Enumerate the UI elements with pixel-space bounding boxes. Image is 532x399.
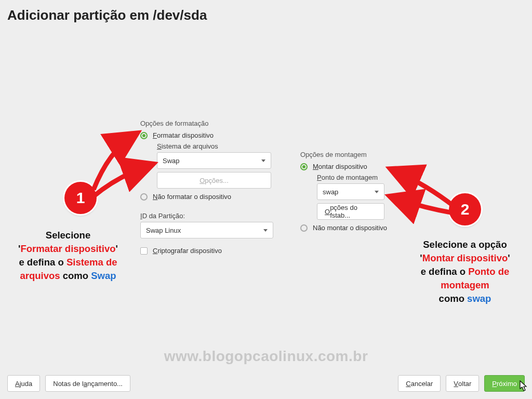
partition-id-value: Swap Linux (146, 227, 181, 234)
back-button[interactable]: Voltar (446, 375, 479, 392)
format-options: Opções de formatação Formatar dispositiv… (140, 119, 275, 258)
annotation-text-1: Selecione 'Formatar dispositivo' e defin… (12, 229, 124, 283)
no-format-label: Não formatar o dispositivo (153, 193, 231, 201)
next-button[interactable]: Próximo (484, 375, 525, 392)
chevron-down-icon (261, 159, 265, 162)
no-mount-radio-row[interactable]: Não montar o dispositivo (300, 224, 404, 232)
mount-options: Opções de montagem Montar dispositivo Po… (300, 151, 404, 235)
mountpoint-value: swap (323, 188, 338, 196)
annotation-text-2: Selecione a opção 'Montar dispositivo' e… (403, 238, 527, 305)
release-notes-button[interactable]: Notas de lançamento... (45, 375, 130, 392)
filesystem-combo[interactable]: Swap (157, 152, 271, 169)
mountpoint-group: Ponto de montagem swap Opções do fstab..… (317, 174, 404, 220)
radio-off-icon (140, 193, 148, 201)
fstab-options-button[interactable]: Opções do fstab... (317, 203, 384, 220)
annotation-badge-2: 2 (449, 193, 481, 225)
page-title: Adicionar partição em /dev/sda (0, 0, 532, 23)
no-mount-label: Não montar o dispositivo (313, 224, 387, 232)
filesystem-group: Sistema de arquivos Swap Opções... (157, 142, 275, 189)
cancel-button[interactable]: Cancelar (398, 375, 441, 392)
watermark: www.blogopcaolinux.com.br (0, 348, 532, 365)
options-button[interactable]: Opções... (157, 172, 271, 189)
chevron-down-icon (263, 229, 268, 232)
help-button[interactable]: Ajuda (7, 375, 40, 392)
radio-off-icon (300, 224, 308, 232)
cursor-icon (520, 380, 528, 392)
checkbox-off-icon (140, 247, 148, 255)
radio-on-icon (300, 163, 308, 170)
mountpoint-label: Ponto de montagem (317, 174, 404, 181)
mountpoint-combo[interactable]: swap (317, 183, 384, 200)
footer: Ajuda Notas de lançamento... Cancelar Vo… (0, 375, 532, 392)
no-format-radio-row[interactable]: Não formatar o dispositivo (140, 193, 275, 201)
radio-on-icon (140, 132, 148, 139)
annotation-badge-1: 1 (64, 182, 97, 214)
mount-device-label: Montar dispositivo (313, 163, 367, 170)
mount-device-radio-row[interactable]: Montar dispositivo (300, 163, 404, 170)
format-device-label: Formatar dispositivo (153, 131, 214, 139)
encrypt-checkbox-row[interactable]: Criptografar dispositivo (140, 247, 275, 255)
chevron-down-icon (375, 191, 379, 193)
format-device-radio-row[interactable]: Formatar dispositivo (140, 131, 275, 139)
filesystem-value: Swap (163, 157, 180, 165)
partition-id-combo[interactable]: Swap Linux (140, 222, 273, 238)
format-section-label: Opções de formatação (140, 119, 275, 127)
filesystem-label: Sistema de arquivos (157, 142, 275, 150)
encrypt-label: Criptografar dispositivo (153, 247, 222, 255)
mount-section-label: Opções de montagem (300, 151, 404, 158)
partition-id-label: ID da Partição: (140, 212, 275, 220)
